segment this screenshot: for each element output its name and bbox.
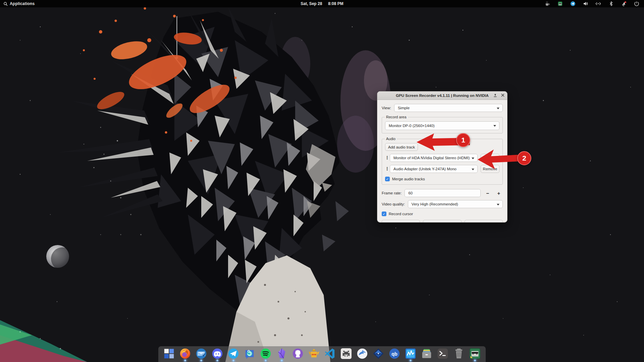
search-icon bbox=[3, 2, 8, 6]
running-indicator bbox=[233, 360, 234, 361]
audio-track-row: ⋮ Audio Adapter (Unitek Y-247A) Mono Rem… bbox=[385, 165, 499, 173]
volume-icon[interactable] bbox=[583, 1, 588, 7]
audio-track-2-value: Audio Adapter (Unitek Y-247A) Mono bbox=[393, 167, 457, 171]
record-area-value: Monitor DP-0 (2560×1440) bbox=[389, 124, 434, 128]
wallpaper-art bbox=[0, 0, 644, 362]
network-icon[interactable] bbox=[595, 1, 601, 7]
caffeine-cup-icon[interactable] bbox=[544, 1, 550, 7]
bluetooth-icon[interactable] bbox=[608, 1, 614, 7]
merge-audio-tracks-checkbox[interactable] bbox=[385, 177, 390, 181]
drag-handle-icon[interactable]: ⋮ bbox=[385, 157, 390, 159]
running-indicator bbox=[265, 360, 267, 361]
dock-icon-qbittorrent[interactable]: qb bbox=[388, 348, 401, 361]
dock-icon-retro-emulator[interactable] bbox=[340, 348, 353, 361]
close-window-icon[interactable] bbox=[501, 94, 504, 98]
running-indicator bbox=[184, 360, 186, 361]
dock-icon-app-grid[interactable] bbox=[163, 348, 175, 361]
clock-time: 8:08 PM bbox=[328, 1, 343, 6]
dock: qb bbox=[158, 346, 486, 362]
frame-rate-increment-button[interactable]: + bbox=[495, 190, 503, 196]
dialog-titlebar[interactable]: GPU Screen Recorder v4.1.11 | Running on… bbox=[377, 92, 507, 100]
record-cursor-label: Record cursor bbox=[389, 212, 413, 216]
frame-rate-value: 60 bbox=[408, 191, 413, 195]
video-quality-label: Video quality: bbox=[382, 202, 405, 206]
pin-window-icon[interactable] bbox=[493, 94, 497, 98]
audio-track-1-value: Monitor of HDA NVidia Digital Stereo (HD… bbox=[393, 156, 470, 160]
dock-icon-rpcs3[interactable] bbox=[372, 348, 385, 361]
dialog-title: GPU Screen Recorder v4.1.11 | Running on… bbox=[377, 94, 507, 98]
dock-icon-trash[interactable] bbox=[452, 348, 465, 361]
audio-track-1-remove-button[interactable]: Remove bbox=[481, 154, 499, 162]
clock-date: Sat, Sep 28 bbox=[301, 1, 322, 6]
dock-icon-github-desktop[interactable] bbox=[291, 348, 304, 361]
gpu-screen-recorder-window: GPU Screen Recorder v4.1.11 | Running on… bbox=[377, 91, 507, 223]
audio-label: Audio bbox=[385, 137, 397, 141]
gpu-recorder-tray-icon[interactable] bbox=[557, 1, 563, 7]
dock-icon-discord[interactable] bbox=[211, 348, 224, 361]
system-tray bbox=[544, 1, 644, 7]
dock-icon-gpu-screen-recorder[interactable] bbox=[469, 348, 481, 361]
record-area-label: Record area bbox=[385, 115, 408, 119]
record-button-label: Record bbox=[434, 222, 446, 223]
dock-icon-obsidian[interactable] bbox=[275, 348, 288, 361]
record-area-dropdown[interactable]: Monitor DP-0 (2560×1440) bbox=[385, 121, 499, 130]
qb-label: qb bbox=[391, 351, 397, 356]
power-icon[interactable] bbox=[634, 1, 639, 7]
running-indicator bbox=[410, 360, 412, 361]
view-value: Simple bbox=[398, 106, 410, 110]
dock-icon-firefox[interactable] bbox=[179, 348, 192, 361]
applications-label: Applications bbox=[10, 1, 35, 6]
applications-menu-button[interactable]: Applications bbox=[0, 0, 38, 7]
dock-icon-teapot-launcher[interactable] bbox=[308, 348, 320, 361]
dock-icon-spotify[interactable] bbox=[259, 348, 272, 361]
record-cursor-checkbox[interactable] bbox=[382, 212, 386, 216]
audio-track-row: ⋮ Monitor of HDA NVidia Digital Stereo (… bbox=[385, 154, 499, 162]
dock-icon-terminal[interactable] bbox=[436, 348, 449, 361]
stream-button-label: Stream bbox=[392, 222, 405, 223]
desktop-wallpaper bbox=[0, 0, 644, 362]
dock-icon-system-monitor[interactable] bbox=[404, 348, 417, 361]
top-panel: Applications Sat, Sep 28 8:08 PM bbox=[0, 0, 644, 7]
audio-track-2-remove-button[interactable]: Remove bbox=[481, 165, 499, 173]
panel-clock[interactable]: Sat, Sep 28 8:08 PM bbox=[301, 1, 343, 6]
video-quality-value: Very High (Recommended) bbox=[412, 202, 458, 206]
frame-rate-decrement-button[interactable]: − bbox=[484, 190, 492, 196]
view-dropdown[interactable]: Simple bbox=[394, 104, 503, 112]
dock-icon-telegram[interactable] bbox=[227, 348, 240, 361]
audio-track-1-dropdown[interactable]: Monitor of HDA NVidia Digital Stereo (HD… bbox=[390, 154, 478, 162]
dock-icon-vscode[interactable] bbox=[324, 348, 336, 361]
merge-audio-tracks-label: Merge audio tracks bbox=[392, 177, 425, 181]
drag-handle-icon[interactable]: ⋮ bbox=[385, 168, 390, 170]
frame-rate-label: Frame rate: bbox=[382, 191, 401, 195]
notifications-icon[interactable] bbox=[621, 1, 627, 7]
add-audio-track-button[interactable]: Add audio track bbox=[385, 143, 418, 151]
dock-icon-chat-bubble[interactable] bbox=[243, 348, 256, 361]
replay-button-label: Replay bbox=[475, 222, 487, 223]
telegram-tray-icon[interactable] bbox=[570, 1, 576, 7]
dock-icon-thunderbird[interactable] bbox=[195, 348, 208, 361]
running-indicator bbox=[281, 360, 283, 361]
video-quality-dropdown[interactable]: Very High (Recommended) bbox=[408, 200, 503, 208]
running-indicator bbox=[474, 360, 476, 361]
audio-track-2-dropdown[interactable]: Audio Adapter (Unitek Y-247A) Mono bbox=[390, 165, 478, 173]
view-label: View: bbox=[382, 106, 391, 110]
replay-button[interactable]: Replay bbox=[465, 220, 503, 223]
dock-icon-dolphin-emulator[interactable] bbox=[356, 348, 369, 361]
record-button[interactable]: Record bbox=[423, 220, 461, 223]
dock-icon-file-drawer[interactable] bbox=[420, 348, 433, 361]
running-indicator bbox=[201, 360, 202, 361]
stream-button[interactable]: Stream bbox=[382, 220, 420, 223]
frame-rate-input[interactable]: 60 bbox=[405, 189, 481, 197]
running-indicator bbox=[217, 360, 218, 361]
